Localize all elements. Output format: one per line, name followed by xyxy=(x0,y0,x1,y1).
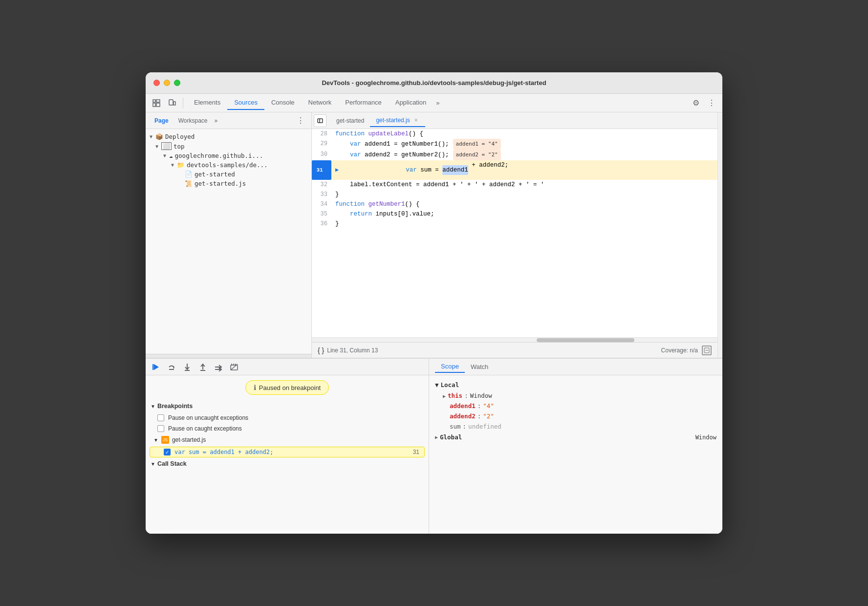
pause-text: Paused on breakpoint xyxy=(259,384,321,391)
inspect-element-button[interactable] xyxy=(150,96,163,110)
bp-checkbox[interactable]: ✓ xyxy=(164,449,171,455)
scope-value: "2" xyxy=(483,412,494,420)
line-content: var addend1 = getNumber1();addend1 = "4" xyxy=(331,139,717,150)
tab-performance[interactable]: Performance xyxy=(338,96,388,110)
scope-colon: : xyxy=(477,412,481,420)
breakpoints-label: Breakpoints xyxy=(157,403,193,410)
tab-network[interactable]: Network xyxy=(302,96,339,110)
bp-file-entry[interactable]: ▼ JS get-started.js xyxy=(146,434,429,446)
more-tabs-button[interactable]: » xyxy=(433,97,442,108)
bp-line-entry[interactable]: ✓ var sum = addend1 + addend2; 31 xyxy=(150,447,425,457)
svg-rect-6 xyxy=(318,119,323,123)
coverage-icon[interactable] xyxy=(702,346,712,355)
tree-arrow: ▼ xyxy=(155,144,158,149)
scope-tab-scope[interactable]: Scope xyxy=(435,361,465,373)
tree-item-devtools-samples[interactable]: ▼ 📁 devtools-samples/de... xyxy=(146,160,311,170)
code-line-36: 36 } xyxy=(312,219,717,229)
global-label: Global xyxy=(440,433,462,441)
device-toggle-button[interactable] xyxy=(165,96,179,110)
svg-rect-5 xyxy=(174,102,175,105)
coverage-label: Coverage: n/a xyxy=(661,347,698,354)
deactivate-breakpoints-button[interactable] xyxy=(228,361,240,373)
pause-uncaught-checkbox[interactable] xyxy=(157,414,164,421)
horizontal-scrollbar[interactable] xyxy=(312,337,717,342)
scope-colon: : xyxy=(463,423,467,430)
more-options-button[interactable]: ⋮ xyxy=(705,96,718,110)
settings-button[interactable]: ⚙ xyxy=(689,96,703,110)
code-line-30: 30 var addend2 = getNumber2();addend2 = … xyxy=(312,150,717,160)
tree-item-get-started-js[interactable]: ▶ 📜 get-started.js xyxy=(146,179,311,188)
line-content: } xyxy=(331,219,717,229)
tree-item-deployed[interactable]: ▼ 📦 Deployed xyxy=(146,132,311,141)
local-label: Local xyxy=(441,381,459,389)
deployed-icon: 📦 xyxy=(155,133,163,140)
code-tab-get-started[interactable]: get-started xyxy=(330,115,370,126)
scope-key: addend1 xyxy=(443,402,476,410)
resume-button[interactable] xyxy=(150,361,162,373)
code-line-34: 34 function getNumber1() { xyxy=(312,199,717,209)
expand-arrow: ▶ xyxy=(443,393,446,399)
scope-item-addend1: addend1 : "4" xyxy=(429,401,722,411)
toolbar-separator xyxy=(183,98,183,108)
sidebar-tab-page[interactable]: Page xyxy=(150,115,174,126)
step-into-button[interactable] xyxy=(181,361,194,373)
pause-notice: ℹ Paused on breakpoint xyxy=(146,375,429,400)
scope-item-this[interactable]: ▶ this : Window xyxy=(429,390,722,401)
local-arrow: ▼ xyxy=(435,381,439,389)
tree-item-googlechrome[interactable]: ▼ ☁ googlechrome.github.i... xyxy=(146,151,311,160)
tree-arrow: ▼ xyxy=(163,153,166,158)
minimize-button[interactable] xyxy=(164,80,170,86)
pause-uncaught-item: Pause on uncaught exceptions xyxy=(146,412,429,423)
tab-close-button[interactable]: × xyxy=(413,116,419,124)
sidebar-more-tabs[interactable]: » xyxy=(215,117,218,124)
tab-sources[interactable]: Sources xyxy=(227,96,264,110)
format-icon[interactable]: { } xyxy=(318,346,324,354)
tree-item-top[interactable]: ▼ ⬜ top xyxy=(146,141,311,151)
tree-item-get-started[interactable]: ▶ 📄 get-started xyxy=(146,170,311,179)
step-over-button[interactable] xyxy=(165,361,178,373)
line-content: label.textContent = addend1 + ' + ' + ad… xyxy=(331,180,717,190)
line-number: 35 xyxy=(312,209,331,219)
tab-elements[interactable]: Elements xyxy=(187,96,227,110)
traffic-lights xyxy=(153,80,180,86)
step-out-button[interactable] xyxy=(196,361,209,373)
close-button[interactable] xyxy=(153,80,160,86)
line-number: 34 xyxy=(312,199,331,209)
step-button[interactable] xyxy=(212,361,225,373)
line-content: return inputs[0].value; xyxy=(331,209,717,219)
sidebar-menu-button[interactable]: ⋮ xyxy=(294,115,307,126)
scrollbar-thumb[interactable] xyxy=(537,338,634,342)
scope-key: sum xyxy=(443,423,461,430)
maximize-button[interactable] xyxy=(174,80,180,86)
tab-bar: Elements Sources Console Network Perform… xyxy=(187,96,687,110)
pause-caught-checkbox[interactable] xyxy=(157,425,164,432)
vertical-scrollbar[interactable] xyxy=(717,112,722,358)
global-section-header[interactable]: ▶ Global Window xyxy=(429,432,722,443)
tab-console[interactable]: Console xyxy=(264,96,302,110)
pause-badge: ℹ Paused on breakpoint xyxy=(245,380,329,395)
tree-label: googlechrome.github.i... xyxy=(175,152,263,159)
code-line-33: 33 } xyxy=(312,190,717,199)
scope-item-sum: sum : undefined xyxy=(429,421,722,432)
local-section-header[interactable]: ▼ Local xyxy=(429,379,722,390)
status-bar-left: { } Line 31, Column 13 xyxy=(318,346,378,354)
code-tab-get-started-js[interactable]: get-started.js × xyxy=(370,114,425,127)
code-line-31: 31 ▶ var sum = addend1 + addend2; xyxy=(312,160,717,180)
breakpoints-section-header[interactable]: ▼ Breakpoints xyxy=(146,400,429,412)
tree-label: devtools-samples/de... xyxy=(187,161,268,169)
tab-application[interactable]: Application xyxy=(389,96,434,110)
scope-tab-watch[interactable]: Watch xyxy=(465,361,494,372)
tab-label: get-started.js xyxy=(376,117,410,124)
sidebar-resize-handle[interactable] xyxy=(146,354,311,358)
sidebar-tab-workspace[interactable]: Workspace xyxy=(174,115,213,126)
titlebar: DevTools - googlechrome.github.io/devtoo… xyxy=(146,72,722,94)
pause-caught-label: Pause on caught exceptions xyxy=(168,425,242,432)
collapse-arrow: ▼ xyxy=(151,461,155,467)
tree-arrow: ▼ xyxy=(171,162,174,168)
debug-panel: ℹ Paused on breakpoint ▼ Breakpoints Pau… xyxy=(146,359,429,534)
toolbar-right: ⚙ ⋮ xyxy=(689,96,718,110)
code-editor[interactable]: 28 function updateLabel() { 29 var adden… xyxy=(312,129,717,337)
navigator-toggle[interactable] xyxy=(314,114,326,127)
svg-rect-4 xyxy=(169,100,173,105)
call-stack-section-header[interactable]: ▼ Call Stack xyxy=(146,458,429,470)
